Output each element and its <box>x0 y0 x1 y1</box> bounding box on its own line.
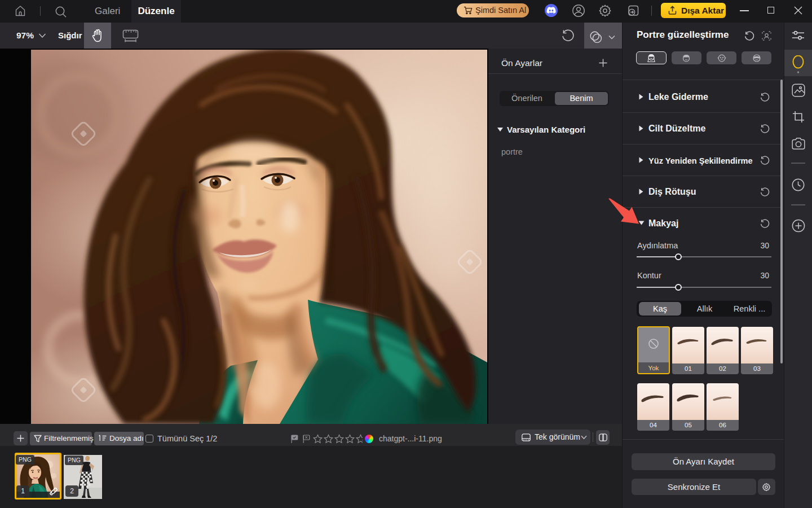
svg-text:Yok: Yok <box>648 365 659 371</box>
